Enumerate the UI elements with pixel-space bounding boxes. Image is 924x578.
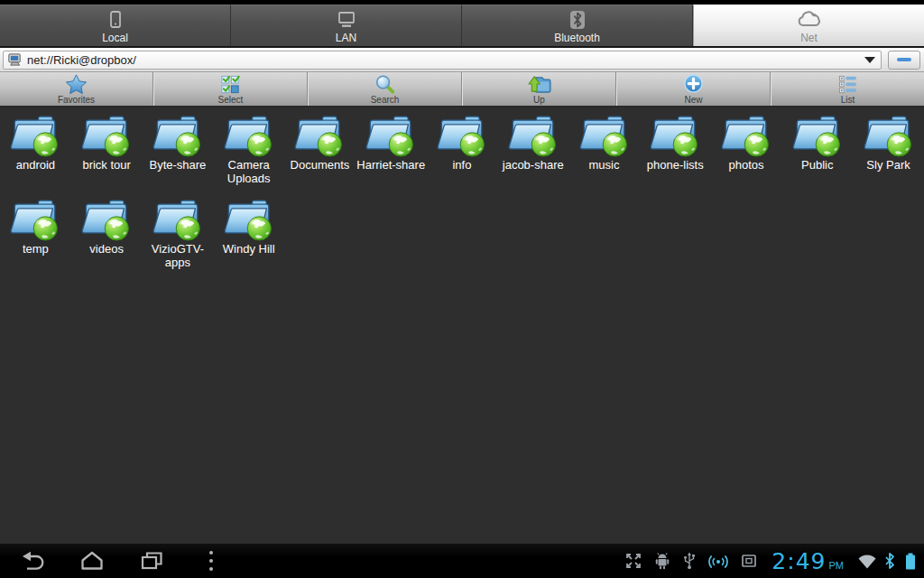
folder-item[interactable]: info — [427, 110, 498, 194]
select-button[interactable]: Select — [153, 72, 308, 106]
search-button[interactable]: Search — [308, 72, 462, 106]
folder-label: Harriet-share — [356, 159, 425, 172]
folder-label: Public — [801, 159, 833, 172]
hide-toolbar-button[interactable] — [888, 51, 920, 70]
adb-robot-icon — [654, 552, 670, 570]
clock-ampm: PM — [829, 560, 845, 571]
folder-label: videos — [89, 243, 124, 256]
folder-label: photos — [729, 159, 764, 172]
folder-item[interactable]: photos — [711, 110, 782, 194]
list-view-icon — [836, 73, 859, 95]
network-folder-icon — [436, 113, 488, 158]
tab-label: Net — [800, 32, 818, 44]
bluetooth-status-icon — [883, 552, 896, 570]
network-folder-icon — [863, 113, 915, 158]
recents-icon — [139, 550, 164, 572]
folder-label: Sly Park — [866, 159, 910, 172]
search-icon — [374, 73, 396, 95]
computer-icon — [7, 52, 23, 68]
lan-icon — [335, 7, 358, 31]
folder-item[interactable]: VizioGTV-apps — [143, 194, 214, 278]
folder-item[interactable]: Documents — [284, 110, 356, 194]
folder-item[interactable]: Windy Hill — [213, 194, 284, 278]
folder-label: Camera Uploads — [215, 159, 283, 186]
network-folder-icon — [720, 113, 772, 158]
network-folder-icon — [293, 113, 346, 158]
star-icon — [65, 73, 88, 95]
system-bar: 2:49 PM — [0, 544, 924, 578]
battery-icon — [904, 552, 917, 571]
toolbar-label: Search — [371, 95, 400, 105]
file-browser-content: android brick tour — [0, 107, 924, 544]
favorites-button[interactable]: Favorites — [0, 72, 153, 106]
network-folder-icon — [223, 113, 275, 158]
folder-item[interactable]: Byte-share — [143, 110, 214, 194]
network-folder-icon — [791, 113, 844, 158]
clock: 2:49 PM — [772, 550, 844, 573]
home-button[interactable] — [78, 547, 106, 574]
network-folder-icon — [80, 197, 133, 242]
caret-down-icon[interactable] — [864, 57, 875, 63]
network-folder-icon — [152, 113, 204, 158]
nav-buttons — [18, 547, 226, 574]
tab-bluetooth[interactable]: Bluetooth — [462, 5, 693, 46]
folder-label: phone-lists — [647, 159, 704, 172]
folder-item[interactable]: music — [568, 110, 640, 194]
toolbar: Favorites Select Search — [0, 72, 924, 107]
menu-button[interactable] — [197, 547, 226, 574]
screen-frame-icon — [740, 552, 758, 570]
address-bar: net://Ricki@dropbox/ — [0, 48, 924, 72]
tab-label: LAN — [336, 32, 356, 44]
back-button[interactable] — [18, 547, 47, 574]
phone-icon — [105, 7, 126, 31]
toolbar-label: Up — [533, 95, 545, 105]
folder-item[interactable]: Harriet-share — [356, 110, 427, 194]
network-folder-icon — [152, 197, 204, 242]
address-path: net://Ricki@dropbox/ — [27, 53, 864, 67]
network-folder-icon — [80, 113, 133, 158]
tab-lan[interactable]: LAN — [231, 5, 462, 46]
address-input[interactable]: net://Ricki@dropbox/ — [3, 51, 882, 70]
folder-item[interactable]: android — [0, 110, 71, 194]
back-icon — [20, 550, 45, 572]
tab-net[interactable]: Net — [693, 5, 924, 46]
clock-time: 2:49 — [772, 550, 826, 573]
up-button[interactable]: Up — [462, 72, 616, 106]
network-folder-icon — [9, 113, 61, 158]
wifi-icon — [857, 553, 877, 569]
usb-icon — [682, 552, 697, 570]
folder-label: info — [452, 159, 471, 172]
minus-icon — [897, 58, 911, 61]
folder-item[interactable]: Public — [781, 110, 853, 194]
tab-label: Bluetooth — [554, 32, 600, 44]
folder-label: brick tour — [82, 159, 130, 172]
folder-item[interactable]: brick tour — [71, 110, 143, 194]
status-icons: 2:49 PM — [624, 550, 924, 573]
expand-icon[interactable] — [624, 552, 642, 570]
new-button[interactable]: New — [616, 72, 771, 106]
folder-item[interactable]: temp — [0, 194, 71, 278]
cloud-icon — [796, 7, 823, 31]
recents-button[interactable] — [137, 547, 166, 574]
plus-icon — [682, 73, 705, 95]
network-folder-icon — [507, 113, 559, 158]
folder-up-icon — [527, 73, 551, 95]
hotspot-icon — [708, 552, 728, 570]
network-folder-icon — [223, 197, 275, 242]
folder-item[interactable]: phone-lists — [640, 110, 711, 194]
folder-item[interactable]: jacob-share — [497, 110, 568, 194]
network-folder-icon — [365, 113, 417, 158]
tab-local[interactable]: Local — [0, 5, 231, 46]
toolbar-label: New — [684, 95, 702, 105]
multi-select-icon — [219, 73, 242, 95]
folder-item[interactable]: videos — [71, 194, 143, 278]
folder-item[interactable]: Camera Uploads — [213, 110, 284, 194]
list-button[interactable]: List — [771, 72, 924, 106]
folder-label: Byte-share — [149, 159, 206, 172]
network-folder-icon — [9, 197, 61, 242]
folder-label: VizioGTV-apps — [143, 243, 212, 270]
toolbar-label: Favorites — [58, 95, 95, 105]
tab-label: Local — [102, 32, 128, 44]
folder-item[interactable]: Sly Park — [853, 110, 924, 194]
folder-label: android — [16, 159, 55, 172]
